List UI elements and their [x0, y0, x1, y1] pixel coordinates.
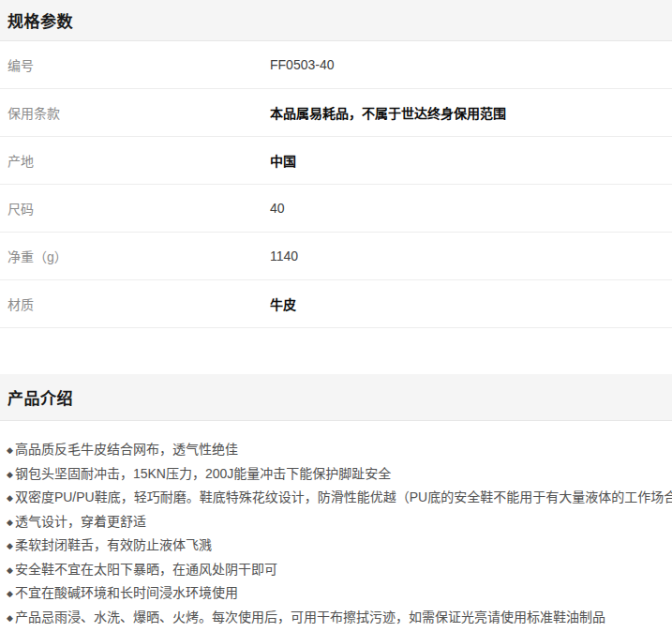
spec-row-label: 净重（g） — [7, 247, 270, 265]
spec-row: 保用条款本品属易耗品，不属于世达终身保用范围 — [0, 89, 672, 137]
intro-bullet-item: ◆产品忌雨浸、水洗、爆晒、火烤。每次使用后，可用干布擦拭污迹，如需保证光亮请使用… — [7, 606, 663, 630]
intro-bullet-text: 不宜在酸碱环境和长时间浸水环境使用 — [15, 585, 238, 600]
spec-row-label: 产地 — [7, 151, 270, 170]
intro-bullet-item: ◆双密度PU/PU鞋底，轻巧耐磨。鞋底特殊花纹设计，防滑性能优越（PU底的安全鞋… — [7, 486, 663, 510]
diamond-bullet-icon: ◆ — [7, 511, 13, 534]
spec-row: 净重（g）1140 — [0, 233, 672, 280]
intro-bullet-item: ◆柔软封闭鞋舌，有效防止液体飞溅 — [7, 534, 663, 558]
intro-bullet-text: 高品质反毛牛皮结合网布，透气性绝佳 — [15, 442, 238, 457]
intro-section: 产品介绍 ◆高品质反毛牛皮结合网布，透气性绝佳◆钢包头坚固耐冲击，15KN压力，… — [0, 374, 672, 629]
intro-section-header: 产品介绍 — [0, 374, 672, 421]
spec-row-value: FF0503-40 — [270, 57, 334, 72]
spec-row-value: 中国 — [270, 151, 296, 170]
intro-bullet-text: 双密度PU/PU鞋底，轻巧耐磨。鞋底特殊花纹设计，防滑性能优越（PU底的安全鞋不… — [15, 489, 672, 504]
intro-bullet-item: ◆钢包头坚固耐冲击，15KN压力，200J能量冲击下能保护脚趾安全 — [7, 462, 663, 487]
diamond-bullet-icon: ◆ — [7, 487, 13, 510]
spec-row-value: 牛皮 — [270, 294, 296, 313]
intro-bullet-text: 产品忌雨浸、水洗、爆晒、火烤。每次使用后，可用干布擦拭污迹，如需保证光亮请使用标… — [15, 609, 605, 624]
spec-row-label: 编号 — [7, 55, 270, 74]
intro-bullet-text: 安全鞋不宜在太阳下暴晒，在通风处阴干即可 — [15, 562, 277, 577]
specs-section: 规格参数 编号FF0503-40保用条款本品属易耗品，不属于世达终身保用范围产地… — [0, 0, 672, 328]
specs-section-title: 规格参数 — [7, 8, 73, 32]
intro-bullet-item: ◆安全鞋不宜在太阳下暴晒，在通风处阴干即可 — [7, 558, 663, 582]
spec-row: 材质牛皮 — [0, 280, 672, 328]
spec-row: 产地中国 — [0, 137, 672, 185]
diamond-bullet-icon: ◆ — [7, 439, 13, 462]
section-gap — [0, 328, 672, 374]
spec-row-label: 保用条款 — [7, 103, 270, 122]
intro-bullet-item: ◆不宜在酸碱环境和长时间浸水环境使用 — [7, 581, 663, 606]
spec-row: 编号FF0503-40 — [0, 41, 672, 89]
intro-bullet-item: ◆高品质反毛牛皮结合网布，透气性绝佳 — [7, 438, 663, 462]
intro-bullet-item: ◆透气设计，穿着更舒适 — [7, 510, 663, 534]
spec-row-label: 尺码 — [7, 199, 270, 218]
specs-table: 编号FF0503-40保用条款本品属易耗品，不属于世达终身保用范围产地中国尺码4… — [0, 41, 672, 328]
spec-row-value: 40 — [270, 201, 285, 216]
spec-row: 尺码40 — [0, 185, 672, 233]
spec-row-label: 材质 — [7, 294, 270, 313]
specs-section-header: 规格参数 — [0, 0, 672, 41]
spec-row-value: 本品属易耗品，不属于世达终身保用范围 — [270, 103, 506, 122]
diamond-bullet-icon: ◆ — [7, 607, 13, 630]
diamond-bullet-icon: ◆ — [7, 559, 13, 582]
spec-row-value: 1140 — [270, 248, 298, 263]
intro-bullet-text: 透气设计，穿着更舒适 — [15, 514, 146, 529]
intro-bullet-text: 钢包头坚固耐冲击，15KN压力，200J能量冲击下能保护脚趾安全 — [15, 466, 391, 481]
diamond-bullet-icon: ◆ — [7, 582, 13, 606]
intro-bullet-list: ◆高品质反毛牛皮结合网布，透气性绝佳◆钢包头坚固耐冲击，15KN压力，200J能… — [0, 421, 672, 629]
diamond-bullet-icon: ◆ — [7, 534, 13, 558]
intro-bullet-text: 柔软封闭鞋舌，有效防止液体飞溅 — [15, 537, 212, 552]
diamond-bullet-icon: ◆ — [7, 463, 13, 487]
intro-section-title: 产品介绍 — [7, 385, 73, 409]
